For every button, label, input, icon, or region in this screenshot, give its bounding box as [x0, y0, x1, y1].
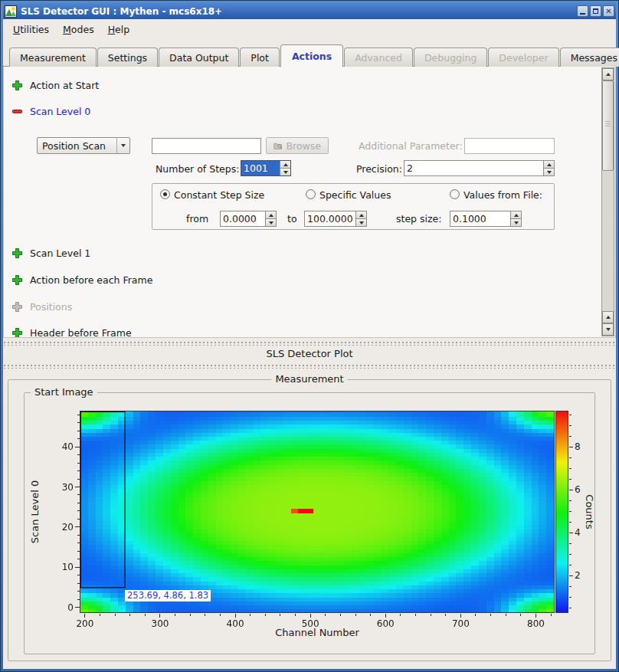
header-before-frame-row[interactable]: Header before Frame — [12, 327, 132, 337]
plot-panel: Measurement Start Image Scan Level 0 Cha… — [3, 372, 616, 669]
x-tick-label: 300 — [145, 618, 175, 629]
menu-utilities[interactable]: Utilities — [6, 21, 56, 38]
arrow-down-icon — [283, 171, 288, 174]
spin-up-button[interactable] — [356, 211, 366, 218]
expand-plus-icon[interactable] — [12, 328, 22, 337]
precision-value[interactable]: 2 — [404, 161, 543, 175]
from-spinbox[interactable]: 0.0000 — [220, 211, 277, 227]
menubar: UtilitiesModesHelp — [3, 19, 616, 39]
number-of-steps-value[interactable]: 1001 — [241, 161, 280, 175]
step-size-value[interactable]: 0.1000 — [450, 211, 510, 226]
x-major-tick — [159, 614, 160, 618]
maximize-button[interactable] — [590, 5, 601, 17]
app-window: SLS Detector GUI : Mythen - mcs6x18+ ✕ U… — [0, 0, 619, 672]
number-of-steps-spinbox[interactable]: 1001 — [241, 160, 291, 176]
menu-help[interactable]: Help — [101, 21, 137, 38]
splitter-handle[interactable] — [3, 341, 616, 346]
spin-up-button[interactable] — [280, 161, 290, 168]
y-minor-tick — [77, 438, 80, 439]
tab-measurement[interactable]: Measurement — [9, 48, 97, 67]
y-minor-tick — [77, 479, 80, 480]
browse-button[interactable]: Browse — [266, 137, 329, 154]
radio-specific-values[interactable] — [306, 189, 316, 199]
scan-level-0-row[interactable]: Scan Level 0 — [12, 106, 90, 117]
x-tick-label: 800 — [520, 618, 551, 629]
spinner-buttons — [265, 211, 276, 226]
expand-plus-icon[interactable] — [12, 248, 22, 258]
tab-data-output[interactable]: Data Output — [159, 48, 239, 67]
colorbar-minor-tick — [569, 436, 572, 437]
heatmap-plot[interactable] — [80, 411, 554, 612]
colorbar-major-tick — [569, 447, 573, 447]
scroll-up-button[interactable] — [602, 68, 614, 80]
specific-values-label: Specific Values — [319, 189, 391, 201]
colorbar-minor-tick — [569, 597, 572, 598]
expand-plus-icon-disabled — [12, 302, 22, 312]
x-minor-tick — [100, 614, 100, 616]
colorbar-minor-tick — [569, 479, 572, 480]
to-value[interactable]: 100.0000 — [305, 211, 355, 226]
y-minor-tick — [77, 454, 80, 455]
close-button[interactable]: ✕ — [603, 5, 614, 17]
from-value[interactable]: 0.0000 — [221, 211, 265, 226]
combo-dropdown-button[interactable] — [116, 138, 129, 153]
titlebar[interactable]: SLS Detector GUI : Mythen - mcs6x18+ ✕ — [3, 3, 616, 19]
expand-plus-icon[interactable] — [12, 80, 22, 90]
action-at-start-row[interactable]: Action at Start — [12, 80, 99, 91]
colorbar-minor-tick — [569, 554, 572, 555]
spin-up-button[interactable] — [266, 211, 276, 218]
scan-script-input[interactable] — [152, 138, 261, 154]
x-minor-tick — [445, 614, 446, 616]
number-of-steps-label: Number of Steps: — [156, 163, 239, 175]
x-minor-tick — [220, 614, 221, 616]
x-minor-tick — [205, 614, 205, 616]
y-major-tick — [75, 567, 80, 568]
x-minor-tick — [145, 614, 146, 616]
tab-actions[interactable]: Actions — [280, 44, 343, 67]
spin-up-button[interactable] — [511, 211, 521, 218]
tab-messages[interactable]: Messages — [560, 48, 619, 67]
scan-level-1-row[interactable]: Scan Level 1 — [12, 247, 90, 259]
tab-settings[interactable]: Settings — [97, 48, 158, 67]
y-major-tick — [75, 607, 80, 608]
to-spinbox[interactable]: 100.0000 — [304, 211, 367, 227]
spin-down-button[interactable] — [544, 168, 554, 175]
scrollbar-thumb[interactable] — [602, 80, 614, 171]
splitter-handle[interactable] — [3, 364, 616, 369]
action-before-frame-row[interactable]: Action before each Frame — [12, 274, 152, 286]
colorbar-minor-tick — [569, 415, 572, 415]
minimize-button[interactable] — [577, 5, 588, 17]
spin-down-button[interactable] — [280, 168, 290, 175]
spin-down-button[interactable] — [266, 218, 276, 226]
x-minor-tick — [490, 614, 491, 616]
tab-plot[interactable]: Plot — [240, 48, 280, 67]
spin-down-button[interactable] — [356, 218, 366, 226]
y-tick-label: 40 — [51, 441, 74, 452]
scroll-down-button[interactable] — [602, 323, 614, 336]
y-major-tick — [75, 447, 80, 447]
colorbar-minor-tick — [569, 608, 572, 608]
x-major-tick — [84, 614, 85, 618]
radio-constant-step-size[interactable] — [160, 189, 170, 199]
additional-parameter-input[interactable] — [464, 138, 555, 154]
step-size-spinbox[interactable]: 0.1000 — [450, 211, 522, 227]
arrow-up-icon — [359, 214, 364, 217]
heatmap-frame — [80, 411, 555, 613]
radio-values-from-file[interactable] — [450, 189, 460, 199]
app-body: UtilitiesModesHelp MeasurementSettingsDa… — [3, 19, 616, 669]
x-tick-label: 400 — [220, 618, 251, 629]
scan-mode-combobox[interactable]: Position Scan — [37, 137, 130, 154]
positions-row[interactable]: Positions — [12, 301, 72, 313]
spin-up-button[interactable] — [544, 161, 554, 168]
collapse-minus-icon[interactable] — [12, 107, 22, 116]
expand-plus-icon[interactable] — [12, 275, 22, 285]
scroll-up-button-2[interactable] — [602, 311, 614, 323]
precision-spinbox[interactable]: 2 — [404, 160, 555, 176]
menu-modes[interactable]: Modes — [56, 21, 101, 38]
x-major-tick — [310, 614, 311, 618]
x-major-tick — [385, 614, 386, 618]
y-minor-tick — [77, 543, 80, 543]
spinner-buttons — [510, 211, 521, 226]
spin-down-button[interactable] — [511, 218, 521, 226]
vertical-scrollbar[interactable] — [601, 67, 614, 336]
